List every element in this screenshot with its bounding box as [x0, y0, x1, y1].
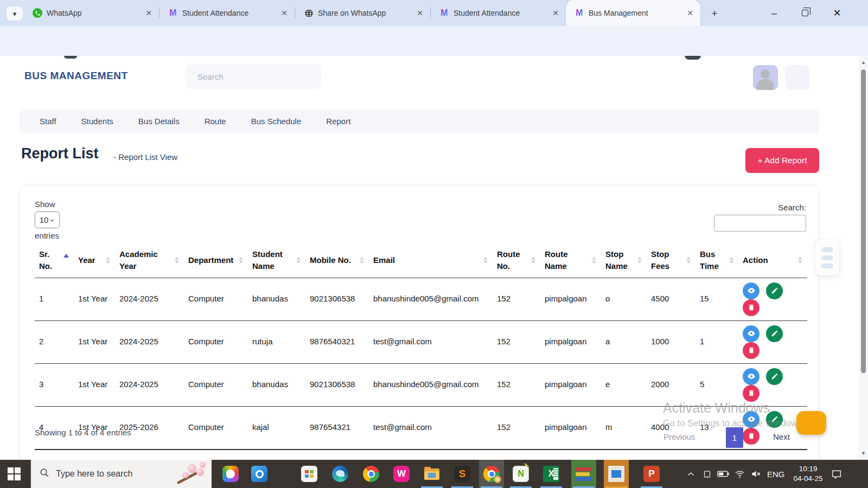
tab-search-chevron-icon[interactable]: ▾ [7, 7, 23, 21]
tray-language-label[interactable]: ENG [767, 470, 785, 479]
taskbar-copilot[interactable] [218, 460, 243, 488]
window-minimize-button[interactable]: – [762, 0, 787, 26]
delete-button[interactable] [743, 342, 760, 359]
nav-item-staff[interactable]: Staff [40, 117, 56, 126]
pagination-previous[interactable]: Previous [663, 432, 695, 441]
scrollbar-thumb[interactable] [861, 69, 866, 373]
user-avatar[interactable] [753, 65, 778, 90]
tab-bus-management-active[interactable]: M Bus Management ✕ [566, 0, 700, 26]
add-report-button[interactable]: + Add Report [745, 148, 819, 173]
cell-student-name: bhanudas [248, 363, 305, 406]
cell-stop-fees: 1000 [647, 320, 695, 363]
tab-close-icon[interactable]: ✕ [551, 9, 560, 17]
cell-bus-time: 15 [695, 278, 738, 320]
tab-close-icon[interactable]: ✕ [415, 9, 425, 17]
taskbar-file-explorer[interactable] [419, 460, 444, 488]
column-header-stop-fees[interactable]: Stop Fees [647, 243, 695, 278]
tray-clock[interactable]: 10:19 04-04-25 [794, 464, 823, 484]
tab-close-icon[interactable]: ✕ [685, 9, 695, 17]
tray-notifications-icon[interactable] [828, 469, 845, 479]
page-length-select[interactable]: 10 ⌄ [35, 211, 60, 228]
tray-tablet-icon[interactable] [699, 470, 715, 479]
page-scrollbar[interactable]: ▲ ▼ [859, 56, 868, 460]
view-button[interactable] [743, 325, 760, 342]
delete-button[interactable] [743, 428, 760, 445]
column-header-email[interactable]: Email [369, 243, 493, 278]
new-tab-button[interactable]: + [707, 7, 722, 21]
taskbar-powerpoint[interactable]: P [639, 460, 664, 488]
tab-share-whatsapp[interactable]: Share on WhatsApp ✕ [295, 0, 430, 26]
edit-button[interactable] [766, 368, 783, 385]
tray-date: 04-04-25 [794, 474, 823, 483]
column-header-bus-time[interactable]: Bus Time [695, 243, 738, 278]
outlook-icon [251, 466, 267, 482]
view-button[interactable] [743, 282, 760, 299]
view-button[interactable] [743, 368, 760, 385]
column-header-sr-no[interactable]: Sr. No. [35, 243, 74, 278]
scroll-down-icon[interactable]: ▼ [859, 449, 868, 458]
taskbar-chrome[interactable] [359, 460, 384, 488]
edit-button[interactable] [766, 325, 783, 342]
taskbar-chrome-active[interactable] [479, 460, 504, 488]
tab-label: Share on WhatsApp [318, 9, 411, 17]
cell-mobile: 9021306538 [305, 278, 369, 320]
tray-battery-icon[interactable] [715, 470, 731, 478]
window-close-button[interactable]: ✕ [825, 0, 850, 26]
activate-windows-subtext: Go to Settings to activate Windows. [663, 418, 804, 428]
edit-button[interactable] [766, 282, 783, 299]
tray-volume-muted-icon[interactable] [748, 470, 764, 478]
taskbar-wampserver[interactable]: W [389, 460, 414, 488]
sort-icon [686, 257, 691, 264]
cell-route-name: pimpalgoan [540, 320, 601, 363]
column-header-mobile-no[interactable]: Mobile No. [305, 243, 369, 278]
taskbar-excel[interactable]: X [539, 460, 564, 488]
taskbar-edge[interactable] [328, 460, 353, 488]
taskbar-outlook[interactable] [247, 460, 272, 488]
nav-item-bus-details[interactable]: Bus Details [138, 117, 180, 126]
tray-chevron-up-icon[interactable] [682, 470, 699, 478]
taskbar-window-app[interactable] [604, 460, 629, 488]
column-header-route-no[interactable]: Route No. [493, 243, 540, 278]
cell-student-name: bhanudas [248, 278, 305, 320]
header-action-tile[interactable] [785, 65, 810, 90]
scroll-up-icon[interactable]: ▲ [859, 58, 868, 67]
taskbar-search[interactable]: Type here to search [30, 460, 212, 488]
web-page: BUS MANAGEMENT Staff Students Bus Detail… [0, 56, 859, 460]
start-button-icon[interactable] [8, 467, 22, 481]
entries-label: entries [35, 231, 59, 240]
floating-options-widget[interactable] [815, 240, 839, 275]
cell-route-no: 152 [493, 363, 540, 406]
tray-wifi-icon[interactable] [731, 470, 748, 478]
column-header-action[interactable]: Action [738, 243, 807, 278]
window-restore-button[interactable] [793, 0, 818, 26]
pagination-page-1[interactable]: 1 [726, 427, 743, 448]
site-search-input[interactable] [186, 64, 321, 89]
tab-student-attendance-1[interactable]: M Student Attendance ✕ [159, 0, 295, 26]
taskbar-notepad-plus-plus[interactable]: N [508, 460, 533, 488]
chrome-icon [483, 466, 500, 482]
delete-button[interactable] [743, 299, 760, 316]
tab-close-icon[interactable]: ✕ [144, 9, 154, 17]
column-header-stop-name[interactable]: Stop Name [601, 243, 647, 278]
column-header-route-name[interactable]: Route Name [540, 243, 601, 278]
column-header-academic-year[interactable]: Academic Year [115, 243, 184, 278]
column-header-department[interactable]: Department [184, 243, 248, 278]
table-search-input[interactable] [714, 215, 806, 232]
tab-close-icon[interactable]: ✕ [279, 9, 289, 17]
pagination-next[interactable]: Next [773, 432, 790, 441]
taskbar-winrar[interactable] [571, 460, 596, 488]
taskbar-sublime[interactable]: S [450, 460, 475, 488]
chat-widget-button[interactable] [796, 411, 826, 435]
nav-item-report[interactable]: Report [326, 117, 350, 126]
tab-whatsapp[interactable]: WhatsApp ✕ [24, 0, 159, 26]
nav-item-students[interactable]: Students [81, 117, 113, 126]
tab-label: Student Attendance [182, 9, 275, 17]
nav-item-bus-schedule[interactable]: Bus Schedule [251, 117, 302, 126]
taskbar-store[interactable] [297, 460, 322, 488]
column-header-year[interactable]: Year [74, 243, 115, 278]
nav-item-route[interactable]: Route [205, 117, 226, 126]
column-header-student-name[interactable]: Student Name [248, 243, 305, 278]
tab-student-attendance-2[interactable]: M Student Attendance ✕ [431, 0, 566, 26]
delete-button[interactable] [743, 385, 760, 402]
browser-tab-bar: ▾ WhatsApp ✕ M Student Attendance ✕ Shar… [0, 0, 868, 26]
